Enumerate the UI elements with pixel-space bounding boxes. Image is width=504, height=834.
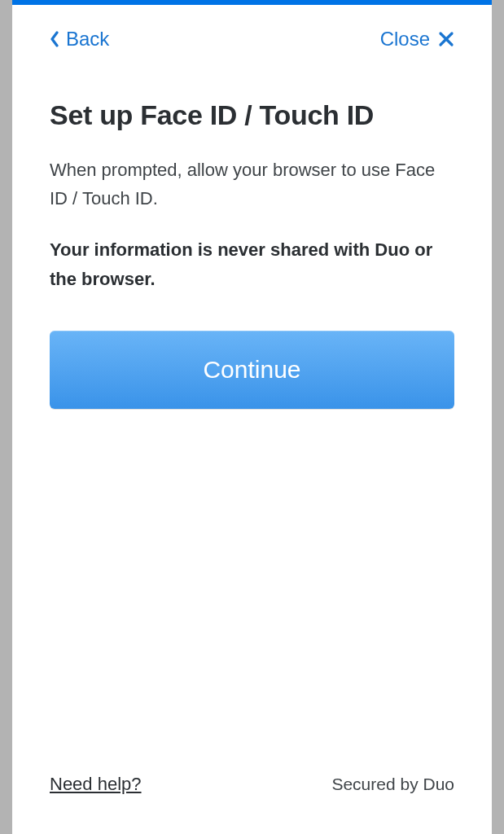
modal-header: Back Close <box>12 5 492 50</box>
page-title: Set up Face ID / Touch ID <box>50 99 454 131</box>
back-button[interactable]: Back <box>50 28 109 50</box>
close-icon <box>438 31 454 47</box>
continue-button[interactable]: Continue <box>50 331 454 409</box>
chevron-left-icon <box>50 31 59 47</box>
help-link[interactable]: Need help? <box>50 774 142 795</box>
modal-footer: Need help? Secured by Duo <box>12 774 492 834</box>
privacy-note: Your information is never shared with Du… <box>50 235 454 292</box>
secured-by-label: Secured by Duo <box>331 775 454 794</box>
description-text: When prompted, allow your browser to use… <box>50 156 454 213</box>
setup-modal: Back Close Set up Face ID / Touch ID Whe… <box>12 0 492 834</box>
modal-content: Set up Face ID / Touch ID When prompted,… <box>12 50 492 774</box>
back-label: Back <box>66 28 109 50</box>
close-button[interactable]: Close <box>380 28 454 50</box>
close-label: Close <box>380 28 430 50</box>
